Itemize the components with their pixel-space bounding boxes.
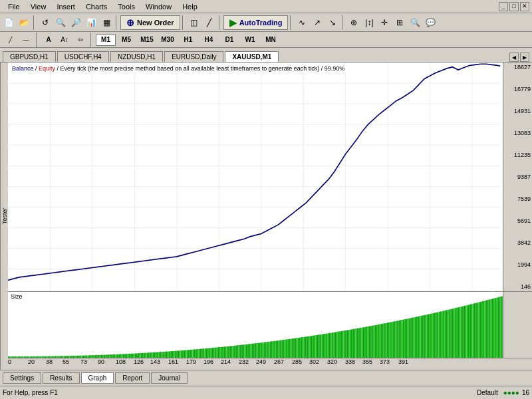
tester-tab-journal[interactable]: Journal [151,372,188,384]
chart-btn[interactable]: 📊 [84,15,98,30]
svg-rect-408 [475,303,476,358]
tester-tab-settings[interactable]: Settings [3,372,41,384]
svg-rect-331 [382,324,384,358]
bar-chart-btn[interactable]: ▦ [99,15,114,30]
svg-rect-300 [344,331,346,358]
svg-rect-254 [289,339,291,358]
new-order-button[interactable]: ⊕ New Order [120,15,180,30]
svg-rect-383 [445,311,446,358]
tester-tab-results[interactable]: Results [43,372,79,384]
maximize-btn[interactable]: □ [509,2,519,11]
period-w1[interactable]: W1 [240,34,260,46]
svg-rect-140 [152,352,153,358]
tab-arrows: ◀ ▶ [509,53,529,62]
menu-window[interactable]: Window [140,3,177,11]
tab-usdchf-h4[interactable]: USDCHF,H4 [57,51,109,62]
svg-rect-175 [194,349,195,358]
sep4 [219,15,221,30]
status-bar: For Help, press F1 Default ●●●● 16 [0,386,532,399]
connection-number: 16 [522,389,529,396]
svg-rect-211 [237,345,239,358]
svg-rect-275 [315,335,316,358]
tab-nzdusd-h1[interactable]: NZDUSD,H1 [110,51,163,62]
menu-view[interactable]: View [25,3,52,11]
svg-rect-168 [186,350,187,358]
menu-charts[interactable]: Charts [80,3,112,11]
line-btn[interactable]: ╱ [202,15,217,30]
svg-rect-342 [395,321,396,358]
indicator-btn[interactable]: ∿ [295,15,309,30]
draw-hline-btn[interactable]: — [19,33,33,47]
search-btn[interactable]: 🔍 [408,15,422,30]
arrow-btn[interactable]: ⇦ [73,33,88,47]
tab-gbpusd-h1[interactable]: GBPUSD,H1 [3,51,56,62]
svg-rect-171 [189,350,190,358]
menu-help[interactable]: Help [177,3,203,11]
svg-rect-289 [331,332,332,358]
chart-type-btn[interactable]: ◫ [187,15,201,30]
label-btn[interactable]: A↕ [57,33,72,47]
svg-rect-313 [360,328,362,358]
svg-rect-409 [476,303,477,358]
svg-rect-423 [493,299,494,358]
new-btn[interactable]: 📄 [1,15,16,30]
svg-rect-144 [156,352,158,358]
period-sep-btn[interactable]: |↕| [362,15,376,30]
svg-rect-306 [352,329,353,358]
period-mn[interactable]: MN [261,34,281,46]
svg-rect-368 [427,315,428,358]
tab-eurusd-daily[interactable]: EURUSD,Daily [164,51,223,62]
auto-trading-icon: ▶ [229,17,237,28]
svg-rect-325 [375,325,376,358]
zoom-in-btn[interactable]: 🔍 [53,15,68,30]
draw-line-btn[interactable]: ╱ [3,33,17,47]
crosshair-btn[interactable]: ⊞ [392,15,407,30]
period-m1[interactable]: M1 [96,34,116,46]
zoom-glass-btn[interactable]: ⊕ [346,15,361,30]
svg-rect-217 [245,344,246,358]
svg-rect-246 [279,340,281,358]
svg-rect-315 [363,327,364,358]
period-m5[interactable]: M5 [116,34,136,46]
period-h1[interactable]: H1 [178,34,198,46]
close-btn[interactable]: ✕ [520,2,529,11]
tab-xauusd-m1[interactable]: XAUUSD,M1 [225,51,279,62]
svg-rect-412 [480,302,481,358]
tab-scroll-right[interactable]: ▶ [520,53,529,62]
svg-rect-428 [499,297,501,358]
tester-tab-report[interactable]: Report [115,372,150,384]
cursor-btn[interactable]: ✛ [377,15,392,30]
menu-bar: File View Insert Charts Tools Window Hel… [0,0,532,13]
price-1994: 1994 [503,261,532,268]
zoom-out-btn[interactable]: 🔎 [68,15,83,30]
tester-tab-graph[interactable]: Graph [81,372,114,384]
menu-insert[interactable]: Insert [51,3,80,11]
period-m30[interactable]: M30 [158,34,178,46]
svg-rect-169 [187,350,188,358]
menu-file[interactable]: File [3,3,25,11]
text-btn[interactable]: A [41,33,56,47]
chart-main: Balance / Equity / Every tick (the most … [8,63,532,370]
period-h4[interactable]: H4 [199,34,219,46]
chat-btn[interactable]: 💬 [423,15,438,30]
signal-btn[interactable]: ↗ [310,15,325,30]
minimize-btn[interactable]: _ [499,2,508,11]
price-146: 146 [503,283,532,290]
menu-tools[interactable]: Tools [112,3,140,11]
refresh-btn[interactable]: ↺ [38,15,53,30]
period-d1[interactable]: D1 [219,34,239,46]
svg-rect-173 [192,350,193,358]
svg-rect-304 [350,330,351,358]
svg-rect-161 [177,350,178,358]
open-btn[interactable]: 📂 [17,15,31,30]
svg-rect-406 [473,304,474,358]
signal2-btn[interactable]: ↘ [325,15,340,30]
tab-scroll-left[interactable]: ◀ [509,53,519,62]
auto-trading-button[interactable]: ▶ AutoTrading [223,15,289,30]
svg-rect-352 [408,319,409,358]
svg-rect-343 [396,321,398,358]
svg-rect-411 [479,302,480,358]
svg-rect-192 [214,348,215,358]
svg-rect-394 [458,307,460,358]
period-m15[interactable]: M15 [137,34,157,46]
